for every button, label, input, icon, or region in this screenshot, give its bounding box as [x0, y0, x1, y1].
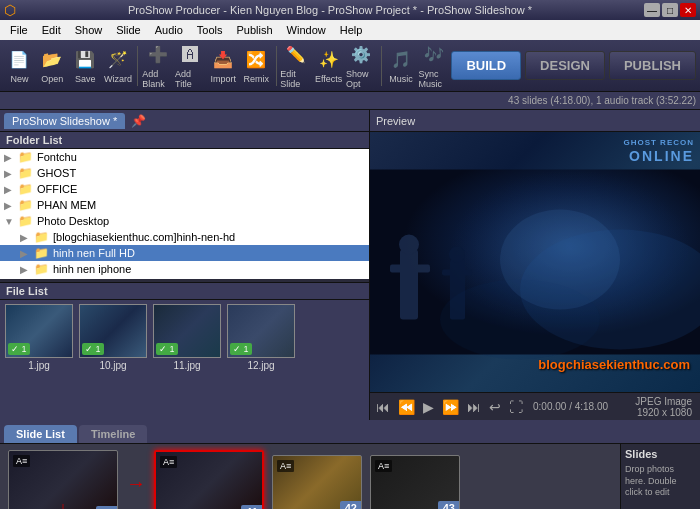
prev-frame-button[interactable]: ⏪ [396, 399, 417, 415]
menu-tools[interactable]: Tools [191, 22, 229, 38]
skip-back-button[interactable]: ⏮ [374, 399, 392, 415]
title-bar-text: ProShow Producer - Kien Nguyen Blog - Pr… [16, 4, 644, 16]
toolbar-separator-1 [137, 46, 138, 86]
title-bar-buttons: — □ ✕ [644, 3, 696, 17]
file-list-header: File List [0, 283, 369, 300]
thumb-image-1: ✓ 1 [5, 304, 73, 358]
resolution-label: 1920 x 1080 [635, 407, 692, 418]
file-thumb-4[interactable]: ✓ 1 12.jpg [226, 304, 296, 416]
slide-thumb-container-42: A≡ 42 [272, 455, 362, 509]
skip-forward-button[interactable]: ⏭ [465, 399, 483, 415]
design-button[interactable]: DESIGN [525, 51, 605, 80]
left-panel: ProShow Slideshow * 📌 Folder List ▶ 📁 Fo… [0, 110, 370, 420]
info-bar-text [4, 95, 7, 106]
remix-icon: 🔀 [244, 48, 268, 72]
new-icon: 📄 [7, 48, 31, 72]
folder-item-ghost[interactable]: ▶ 📁 GHOST [0, 165, 369, 181]
import-icon: 📥 [211, 48, 235, 72]
save-button[interactable]: 💾 Save [70, 43, 101, 89]
slide-number-42: 42 [340, 501, 362, 509]
file-thumb-1[interactable]: ✓ 1 1.jpg [4, 304, 74, 416]
open-button[interactable]: 📂 Open [37, 43, 68, 89]
slide-number-43: 43 [438, 501, 460, 509]
thumb-image-2: ✓ 1 [79, 304, 147, 358]
music-button[interactable]: 🎵 Music [386, 43, 417, 89]
publish-button[interactable]: PUBLISH [609, 51, 696, 80]
folder-item-phan-mem[interactable]: ▶ 📁 PHAN MEM [0, 197, 369, 213]
import-button[interactable]: 📥 Import [208, 43, 239, 89]
slide-item-40: A≡ 46 ↓ ▶ 3.0 Slide 40 [8, 450, 118, 509]
menu-show[interactable]: Show [69, 22, 109, 38]
next-frame-button[interactable]: ⏩ [440, 399, 461, 415]
slide-thumb-40[interactable]: A≡ 46 ↓ [8, 450, 118, 509]
proshow-slideshow-tab[interactable]: ProShow Slideshow * [4, 113, 125, 129]
folder-item-hinh-nen-hd[interactable]: ▶ 📁 [blogchiasekienthuc.com]hinh-nen-hd [0, 229, 369, 245]
menu-window[interactable]: Window [281, 22, 332, 38]
slide-thumb-container-40: A≡ 46 ↓ [8, 450, 118, 509]
music-icon: 🎵 [389, 48, 413, 72]
svg-rect-2 [400, 250, 418, 320]
folder-item-office[interactable]: ▶ 📁 OFFICE [0, 181, 369, 197]
game-logo: GHOST RECON ONLINE [623, 138, 694, 164]
fullscreen-button[interactable]: ⛶ [507, 399, 525, 415]
svg-point-3 [399, 235, 419, 255]
edit-slide-button[interactable]: ✏️ Edit Slide [280, 43, 311, 89]
build-button[interactable]: BUILD [451, 51, 521, 80]
slide-thumb-container-41: A≡ 41 [154, 450, 264, 509]
preview-header: Preview [370, 110, 700, 132]
preview-panel: Preview [370, 110, 700, 420]
thumb-check-2: ✓ 1 [82, 343, 104, 355]
add-blank-button[interactable]: ➕ Add Blank [142, 43, 173, 89]
sync-music-button[interactable]: 🎶 Sync Music [419, 43, 450, 89]
show-opt-icon: ⚙️ [349, 43, 373, 67]
add-title-button[interactable]: 🅰 Add Title [175, 43, 206, 89]
slide-thumb-43[interactable]: A≡ 43 [370, 455, 460, 509]
new-button[interactable]: 📄 New [4, 43, 35, 89]
thumb-name-3: 11.jpg [173, 360, 200, 371]
close-button[interactable]: ✕ [680, 3, 696, 17]
svg-rect-4 [390, 265, 430, 273]
slide-item-42: A≡ 42 ▶ 3.0 Slide 42 [272, 455, 362, 509]
slide-item-43: A≡ 43 ▶ 3.0 Slide 43 [370, 455, 460, 509]
folder-icon: 📁 [18, 214, 33, 228]
menu-audio[interactable]: Audio [149, 22, 189, 38]
timeline-tab[interactable]: Timeline [79, 425, 147, 443]
folder-list-content[interactable]: ▶ 📁 Fontchu ▶ 📁 GHOST ▶ 📁 OFFICE ▶ 📁 [0, 149, 369, 279]
thumb-check-4: ✓ 1 [230, 343, 252, 355]
menu-help[interactable]: Help [334, 22, 369, 38]
preview-info: JPEG Image 1920 x 1080 [635, 396, 696, 418]
menu-file[interactable]: File [4, 22, 34, 38]
wizard-button[interactable]: 🪄 Wizard [103, 43, 134, 89]
folder-icon: 📁 [34, 246, 49, 260]
folder-icon: 📁 [18, 166, 33, 180]
menu-publish[interactable]: Publish [231, 22, 279, 38]
file-thumb-2[interactable]: ✓ 1 10.jpg [78, 304, 148, 416]
minimize-button[interactable]: — [644, 3, 660, 17]
folder-item-iphone[interactable]: ▶ 📁 hinh nen iphone [0, 261, 369, 277]
menu-edit[interactable]: Edit [36, 22, 67, 38]
slide-list-row: A≡ 46 ↓ ▶ 3.0 Slide 40 → [0, 444, 700, 509]
slide-thumb-42[interactable]: A≡ 42 [272, 455, 362, 509]
folder-item-fontchu[interactable]: ▶ 📁 Fontchu [0, 149, 369, 165]
folder-item-full-hd[interactable]: ▶ 📁 hinh nen Full HD [0, 245, 369, 261]
file-thumb-3[interactable]: ✓ 1 11.jpg [152, 304, 222, 416]
toolbar: 📄 New 📂 Open 💾 Save 🪄 Wizard ➕ Add Blank… [0, 40, 700, 92]
file-list-content: ✓ 1 1.jpg ✓ 1 10.jpg ✓ 1 11.jpg [0, 300, 369, 420]
slide-number-41: 41 [241, 505, 263, 509]
folder-icon: 📁 [18, 150, 33, 164]
maximize-button[interactable]: □ [662, 3, 678, 17]
main-area: ProShow Slideshow * 📌 Folder List ▶ 📁 Fo… [0, 110, 700, 420]
play-button[interactable]: ▶ [421, 399, 436, 415]
show-opt-button[interactable]: ⚙️ Show Opt [346, 43, 377, 89]
remix-button[interactable]: 🔀 Remix [241, 43, 272, 89]
menu-slide[interactable]: Slide [110, 22, 146, 38]
effects-button[interactable]: ✨ Effects [313, 43, 344, 89]
tab-pin-icon[interactable]: 📌 [127, 112, 150, 130]
slide-thumb-41[interactable]: A≡ 41 [154, 450, 264, 509]
loop-button[interactable]: ↩ [487, 399, 503, 415]
svg-point-6 [449, 247, 465, 263]
time-display: 0:00.00 / 4:18.00 [533, 401, 608, 412]
slide-list-tab[interactable]: Slide List [4, 425, 77, 443]
folder-item-photo-desktop[interactable]: ▼ 📁 Photo Desktop [0, 213, 369, 229]
arrow-right-icon: → [126, 472, 146, 495]
